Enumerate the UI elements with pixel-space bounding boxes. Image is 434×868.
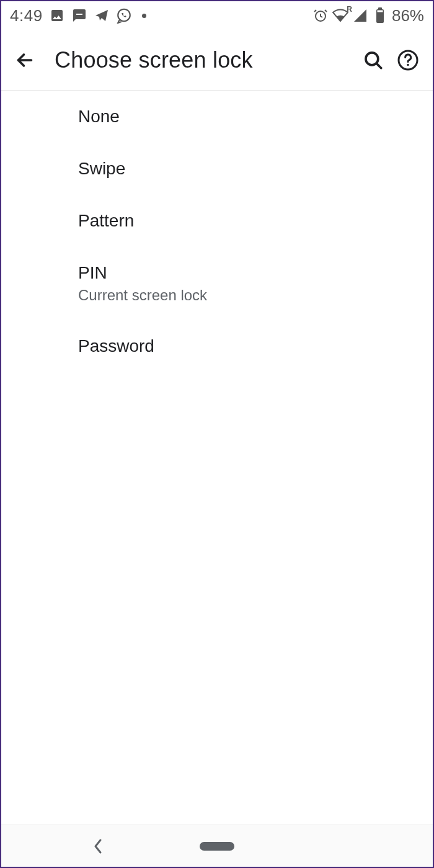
help-icon xyxy=(397,49,419,71)
option-label: Swipe xyxy=(78,159,433,179)
option-label: PIN xyxy=(78,263,433,283)
option-swipe[interactable]: Swipe xyxy=(1,143,433,195)
battery-percentage-text: 86% xyxy=(392,6,424,25)
more-notifications-dot-icon xyxy=(142,14,146,18)
statusbar-left: 4:49 xyxy=(10,6,146,25)
statusbar-right: R 86% xyxy=(312,6,424,25)
svg-point-0 xyxy=(118,9,130,22)
search-icon xyxy=(363,50,384,71)
svg-rect-4 xyxy=(377,11,383,12)
gesture-pill[interactable] xyxy=(200,842,234,851)
option-none[interactable]: None xyxy=(1,91,433,143)
alarm-icon xyxy=(312,7,329,24)
help-button[interactable] xyxy=(391,43,425,78)
svg-point-7 xyxy=(407,63,409,66)
option-label: None xyxy=(78,107,433,127)
back-button[interactable] xyxy=(7,43,42,78)
option-label: Pattern xyxy=(78,211,433,231)
battery-icon xyxy=(372,7,388,24)
search-button[interactable] xyxy=(356,43,391,78)
cell-signal-icon xyxy=(352,7,368,24)
option-pattern[interactable]: Pattern xyxy=(1,195,433,247)
page-title: Choose screen lock xyxy=(55,47,356,73)
whatsapp-icon xyxy=(116,7,132,24)
screen-lock-option-list: None Swipe Pattern PIN Current screen lo… xyxy=(1,91,433,825)
photos-icon xyxy=(49,7,65,24)
app-header: Choose screen lock xyxy=(1,30,433,91)
status-bar: 4:49 R xyxy=(1,1,433,30)
wifi-icon: R xyxy=(332,7,348,24)
device-frame: 4:49 R xyxy=(0,0,434,868)
svg-rect-3 xyxy=(378,7,382,10)
system-navigation-bar xyxy=(1,825,433,867)
option-sublabel: Current screen lock xyxy=(78,287,433,304)
arrow-left-icon xyxy=(14,49,36,71)
telegram-icon xyxy=(94,7,110,24)
messages-icon xyxy=(71,7,87,24)
system-back-button[interactable] xyxy=(93,838,104,855)
clock-text: 4:49 xyxy=(10,6,43,25)
option-password[interactable]: Password xyxy=(1,320,433,372)
option-label: Password xyxy=(78,336,433,356)
option-pin[interactable]: PIN Current screen lock xyxy=(1,247,433,320)
chevron-left-icon xyxy=(93,838,104,855)
roaming-indicator: R xyxy=(347,5,352,14)
